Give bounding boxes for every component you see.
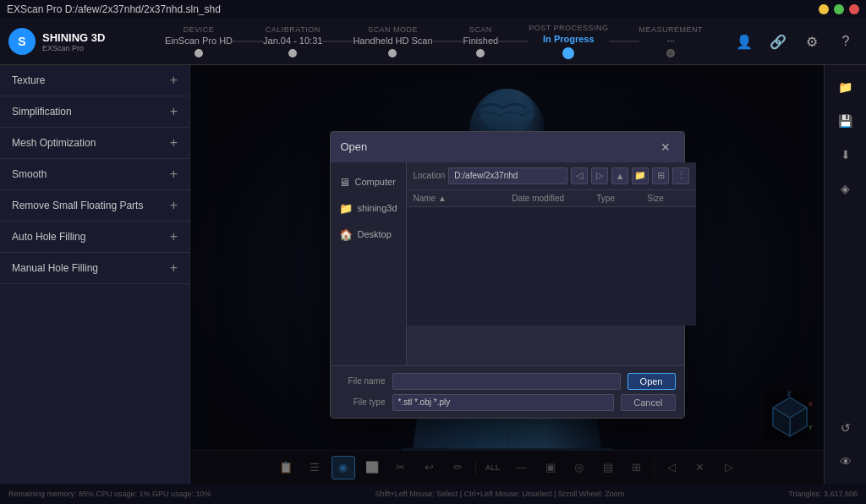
col-name[interactable]: Name ▲ — [414, 194, 512, 203]
section-manual-hole-label: Manual Hole Filling — [12, 262, 98, 274]
open-dialog: Open ✕ 🖥 Computer 📁 shining3d 🏠 Desktop — [330, 131, 685, 419]
nav-view2-btn[interactable]: ⋮ — [672, 167, 689, 184]
dialog-file-header: Name ▲ Date modified Type Size — [407, 190, 697, 207]
share-icon[interactable]: 🔗 — [766, 30, 790, 53]
filetype-row: File type *.stl *.obj *.ply Cancel — [339, 394, 676, 411]
section-smooth-label: Smooth — [12, 168, 47, 180]
minimize-btn[interactable] — [819, 4, 829, 14]
dialog-close-btn[interactable]: ✕ — [657, 139, 674, 156]
filename-row: File name Open — [339, 373, 676, 390]
desktop-icon: 🏠 — [339, 228, 353, 241]
step-device-dot — [195, 49, 203, 58]
nav-back-btn[interactable]: ◁ — [571, 167, 588, 184]
open-btn[interactable]: Open — [628, 373, 676, 390]
refresh-btn[interactable]: ↺ — [830, 413, 861, 443]
dialog-location-label: Location — [414, 171, 446, 180]
dialog-nav-shining3d-label: shining3d — [358, 203, 397, 213]
section-manual-hole[interactable]: Manual Hole Filling + — [0, 253, 189, 284]
pipeline: Device EinScan Pro HD Calibration Jan.04… — [144, 24, 724, 59]
section-auto-hole-plus[interactable]: + — [170, 230, 178, 244]
logo-name: SHINING 3D — [42, 31, 105, 44]
step-meas-value: ··· — [667, 36, 675, 46]
section-remove-floating-plus[interactable]: + — [170, 199, 178, 212]
computer-icon: 🖥 — [339, 176, 350, 189]
dialog-nav-desktop[interactable]: 🏠 Desktop — [331, 222, 406, 248]
dialog-titlebar: Open ✕ — [331, 132, 684, 162]
step-postproc-label: Post Processing — [529, 24, 608, 32]
status-center: Shift+Left Mouse: Select | Ctrl+Left Mou… — [375, 490, 625, 498]
help-icon[interactable]: ? — [834, 30, 858, 53]
step-scan-label: Scan — [469, 25, 492, 34]
section-auto-hole[interactable]: Auto Hole Filling + — [0, 222, 189, 253]
step-scanmode-label: Scan Mode — [368, 25, 418, 34]
save-btn[interactable]: 💾 — [830, 106, 861, 136]
person-icon[interactable]: 👤 — [732, 30, 756, 53]
nav-new-folder-btn[interactable]: 📁 — [632, 167, 649, 184]
step-cal-value: Jan.04 - 10:31 — [263, 36, 322, 46]
section-smooth[interactable]: Smooth + — [0, 159, 189, 190]
section-meshopt-plus[interactable]: + — [170, 136, 178, 150]
dialog-nav-computer-label: Computer — [355, 177, 396, 187]
section-remove-floating-label: Remove Small Floating Parts — [12, 200, 143, 211]
model-btn[interactable]: ◈ — [830, 173, 861, 204]
dialog-location-bar: Location ◁ ▷ ▲ 📁 ⊞ ⋮ — [407, 162, 697, 190]
section-meshopt-label: Mesh Optimization — [12, 137, 96, 149]
file-list-empty — [407, 207, 697, 326]
right-toolbar: 📁 💾 ⬇ ◈ ↺ 👁 — [824, 65, 866, 484]
section-manual-hole-plus[interactable]: + — [170, 261, 178, 275]
logo-icon: S — [8, 28, 36, 55]
filename-input[interactable] — [392, 373, 621, 390]
section-texture-label: Texture — [12, 74, 45, 86]
filetype-label: File type — [339, 397, 386, 407]
dialog-nav-computer[interactable]: 🖥 Computer — [331, 169, 406, 195]
step-meas-label: Measurement — [639, 25, 704, 34]
maximize-btn[interactable] — [834, 4, 844, 14]
filename-label: File name — [339, 376, 386, 386]
step-scan-dot — [476, 49, 485, 58]
nav-up-btn[interactable]: ▲ — [611, 167, 628, 184]
close-btn[interactable] — [849, 4, 859, 14]
folder-icon: 📁 — [339, 202, 353, 215]
section-smooth-plus[interactable]: + — [170, 167, 178, 181]
step-cal-label: Calibration — [266, 25, 321, 34]
logo-text-block: SHINING 3D EXScan Pro — [42, 31, 105, 52]
left-panel: Texture + Simplification + Mesh Optimiza… — [0, 65, 190, 484]
export-btn[interactable]: ⬇ — [830, 140, 861, 170]
header-icons: 👤 🔗 ⚙ ? — [732, 30, 858, 53]
col-date[interactable]: Date modified — [512, 194, 596, 203]
cancel-btn[interactable]: Cancel — [621, 394, 675, 411]
step-cal-dot — [288, 49, 297, 58]
filetype-select[interactable]: *.stl *.obj *.ply — [392, 394, 615, 411]
logo-area: S SHINING 3D EXScan Pro — [8, 28, 144, 55]
nav-forward-btn[interactable]: ▷ — [591, 167, 608, 184]
col-type[interactable]: Type — [596, 194, 647, 203]
col-size[interactable]: Size — [647, 194, 689, 203]
section-remove-floating[interactable]: Remove Small Floating Parts + — [0, 190, 189, 222]
pipeline-step-scan: Scan Finished — [448, 25, 514, 58]
section-simplification[interactable]: Simplification + — [0, 96, 189, 128]
view-btn[interactable]: 👁 — [830, 446, 861, 477]
open-folder-btn[interactable]: 📁 — [830, 72, 861, 102]
pipeline-step-postproc: Post Processing In Progress — [513, 24, 623, 59]
pipeline-step-calibration: Calibration Jan.04 - 10:31 — [248, 25, 337, 58]
pipeline-step-scanmode: Scan Mode Handheld HD Scan — [337, 25, 447, 58]
section-meshopt[interactable]: Mesh Optimization + — [0, 128, 189, 159]
step-device-label: Device — [184, 25, 215, 34]
dialog-nav-desktop-label: Desktop — [358, 229, 392, 239]
titlebar: EXScan Pro D:/afew/2x37nhd/2x37nhd.sln_s… — [0, 0, 866, 19]
dialog-overlay[interactable]: Open ✕ 🖥 Computer 📁 shining3d 🏠 Desktop — [190, 65, 824, 484]
dialog-location-input[interactable] — [448, 167, 567, 184]
titlebar-controls — [819, 4, 859, 14]
dialog-content: Location ◁ ▷ ▲ 📁 ⊞ ⋮ Name ▲ Date modifie… — [407, 162, 697, 365]
dialog-nav-shining3d[interactable]: 📁 shining3d — [331, 195, 406, 222]
section-texture-plus[interactable]: + — [170, 74, 178, 87]
nav-view-btn[interactable]: ⊞ — [652, 167, 669, 184]
section-simplification-plus[interactable]: + — [170, 105, 178, 118]
gear-icon[interactable]: ⚙ — [800, 30, 824, 53]
status-left: Remaining memory: 85% CPU usage: 1% GPU … — [8, 490, 211, 498]
dialog-body: 🖥 Computer 📁 shining3d 🏠 Desktop Locatio… — [331, 162, 684, 365]
step-device-value: EinScan Pro HD — [165, 36, 233, 46]
logo-subtitle: EXScan Pro — [42, 44, 105, 52]
section-texture[interactable]: Texture + — [0, 65, 189, 96]
section-auto-hole-label: Auto Hole Filling — [12, 231, 85, 243]
